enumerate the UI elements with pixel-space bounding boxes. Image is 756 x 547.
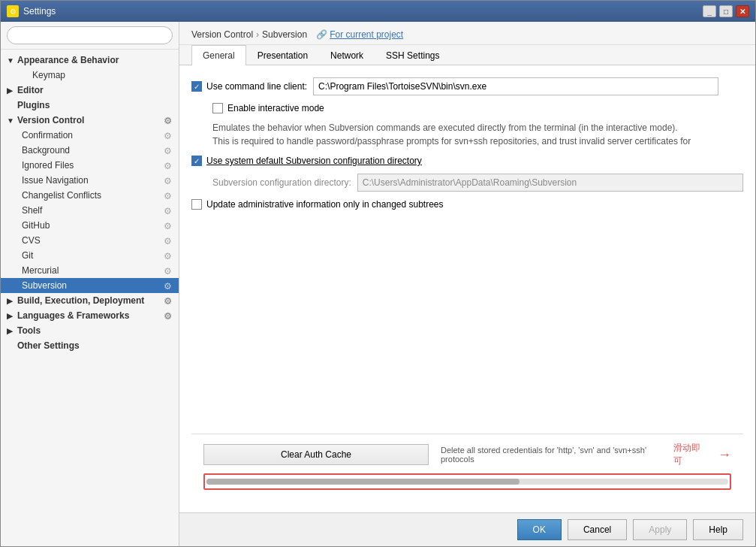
nav-tree: ▼ Appearance & Behavior Keymap ▶ Editor … bbox=[1, 50, 179, 546]
config-dir-row: Subversion configuration directory: bbox=[191, 174, 743, 192]
minimize-button[interactable]: _ bbox=[703, 5, 716, 17]
sidebar-item-mercurial[interactable]: Mercurial ⚙ bbox=[1, 263, 179, 278]
settings-icon: ⚙ bbox=[164, 236, 173, 245]
sidebar-item-git[interactable]: Git ⚙ bbox=[1, 248, 179, 263]
settings-window: ⚙ Settings _ □ ✕ ▼ Appearance & Behavior bbox=[0, 0, 756, 547]
sidebar-item-label: Editor bbox=[17, 85, 173, 95]
sidebar-item-plugins[interactable]: Plugins bbox=[1, 98, 179, 113]
tabs-bar: General Presentation Network SSH Setting… bbox=[179, 45, 755, 65]
sidebar-item-cvs[interactable]: CVS ⚙ bbox=[1, 233, 179, 248]
sidebar-item-other-settings[interactable]: Other Settings bbox=[1, 338, 179, 353]
cmd-client-checkbox[interactable] bbox=[191, 81, 202, 92]
system-default-checkbox[interactable] bbox=[191, 156, 202, 166]
sidebar-item-editor[interactable]: ▶ Editor bbox=[1, 83, 179, 98]
config-dir-input[interactable] bbox=[357, 174, 743, 192]
sidebar-item-keymap[interactable]: Keymap bbox=[1, 68, 179, 83]
breadcrumb-sep: › bbox=[256, 29, 259, 40]
window-controls: _ □ ✕ bbox=[703, 5, 749, 17]
interactive-mode-label: Enable interactive mode bbox=[227, 103, 324, 113]
sidebar-item-subversion[interactable]: Subversion ⚙ bbox=[1, 278, 179, 293]
settings-icon: ⚙ bbox=[164, 131, 173, 140]
sidebar-item-version-control[interactable]: ▼ Version Control ⚙ bbox=[1, 113, 179, 128]
title-bar: ⚙ Settings _ □ ✕ bbox=[1, 1, 755, 22]
clear-description: Delete all stored credentials for 'http'… bbox=[441, 446, 655, 464]
project-icon: 🔗 bbox=[316, 29, 327, 40]
sidebar-item-appearance[interactable]: ▼ Appearance & Behavior bbox=[1, 53, 179, 68]
sidebar-item-languages[interactable]: ▶ Languages & Frameworks ⚙ bbox=[1, 308, 179, 323]
footer: OK Cancel Apply Help bbox=[179, 512, 755, 546]
interactive-mode-checkbox[interactable] bbox=[212, 103, 223, 113]
description-text: Emulates the behavior when Subversion co… bbox=[191, 121, 743, 148]
ok-button[interactable]: OK bbox=[517, 519, 562, 540]
tab-general[interactable]: General bbox=[191, 45, 246, 65]
settings-icon: ⚙ bbox=[164, 296, 173, 305]
tab-ssh-settings[interactable]: SSH Settings bbox=[375, 45, 450, 65]
project-link[interactable]: 🔗 For current project bbox=[316, 29, 403, 40]
search-box bbox=[1, 22, 179, 50]
sidebar-item-build[interactable]: ▶ Build, Execution, Deployment ⚙ bbox=[1, 293, 179, 308]
help-button[interactable]: Help bbox=[693, 519, 743, 540]
sidebar: ▼ Appearance & Behavior Keymap ▶ Editor … bbox=[1, 22, 179, 546]
main-content: Version Control › Subversion 🔗 For curre… bbox=[179, 22, 755, 546]
config-dir-label: Subversion configuration directory: bbox=[212, 177, 351, 188]
sidebar-item-shelf[interactable]: Shelf ⚙ bbox=[1, 203, 179, 218]
sidebar-item-github[interactable]: GitHub ⚙ bbox=[1, 218, 179, 233]
sidebar-item-label: Other Settings bbox=[17, 340, 173, 351]
sidebar-item-label: Languages & Frameworks bbox=[17, 310, 164, 321]
settings-icon: ⚙ bbox=[164, 191, 173, 200]
project-label: For current project bbox=[330, 29, 403, 40]
sidebar-item-label: Plugins bbox=[17, 100, 173, 110]
sidebar-item-label: CVS bbox=[22, 235, 164, 246]
arrow-icon: ▶ bbox=[7, 297, 16, 305]
sidebar-item-confirmation[interactable]: Confirmation ⚙ bbox=[1, 128, 179, 143]
apply-button[interactable]: Apply bbox=[633, 519, 687, 540]
sidebar-item-label: Confirmation bbox=[22, 130, 164, 141]
tab-presentation[interactable]: Presentation bbox=[246, 45, 319, 65]
arrow-right-icon: → bbox=[718, 447, 731, 463]
settings-body: Use command line client: Enable interact… bbox=[179, 65, 755, 512]
scrollbar-thumb[interactable] bbox=[206, 479, 520, 485]
sidebar-item-changelist-conflicts[interactable]: Changelist Conflicts ⚙ bbox=[1, 188, 179, 203]
sidebar-item-tools[interactable]: ▶ Tools bbox=[1, 323, 179, 338]
scroll-hint: 滑动即可 bbox=[673, 442, 706, 467]
sidebar-item-label: Subversion bbox=[22, 280, 164, 291]
sidebar-item-label: Shelf bbox=[22, 205, 164, 216]
settings-icon: ⚙ bbox=[164, 161, 173, 170]
breadcrumb: Version Control › Subversion 🔗 For curre… bbox=[191, 29, 743, 40]
description-line1: Emulates the behavior when Subversion co… bbox=[212, 122, 678, 133]
tab-network[interactable]: Network bbox=[319, 45, 375, 65]
settings-icon: ⚙ bbox=[164, 251, 173, 260]
clear-auth-cache-button[interactable]: Clear Auth Cache bbox=[203, 444, 429, 465]
sidebar-item-label: Keymap bbox=[32, 70, 173, 80]
search-input[interactable] bbox=[7, 26, 173, 44]
sidebar-item-background[interactable]: Background ⚙ bbox=[1, 143, 179, 158]
close-button[interactable]: ✕ bbox=[736, 5, 749, 17]
window-title: Settings bbox=[23, 6, 56, 17]
sidebar-item-label: Appearance & Behavior bbox=[17, 55, 173, 65]
settings-icon: ⚙ bbox=[164, 266, 173, 275]
sidebar-item-label: Version Control bbox=[17, 115, 164, 125]
sidebar-item-label: Background bbox=[22, 145, 164, 156]
settings-icon: ⚙ bbox=[164, 176, 173, 185]
cancel-button[interactable]: Cancel bbox=[568, 519, 627, 540]
settings-icon: ⚙ bbox=[164, 206, 173, 215]
maximize-button[interactable]: □ bbox=[719, 5, 733, 17]
bottom-section: Clear Auth Cache Delete all stored crede… bbox=[191, 434, 743, 500]
settings-icon: ⚙ bbox=[164, 116, 173, 125]
settings-icon: ⚙ bbox=[164, 146, 173, 155]
arrow-icon: ▼ bbox=[7, 56, 16, 65]
arrow-icon: ▼ bbox=[7, 116, 16, 125]
interactive-mode-row: Enable interactive mode bbox=[191, 103, 743, 113]
sidebar-item-issue-navigation[interactable]: Issue Navigation ⚙ bbox=[1, 173, 179, 188]
main-header: Version Control › Subversion 🔗 For curre… bbox=[179, 22, 755, 45]
system-default-row: Use system default Subversion configurat… bbox=[191, 156, 743, 166]
breadcrumb-part2: Subversion bbox=[262, 29, 307, 40]
update-admin-checkbox[interactable] bbox=[191, 199, 202, 210]
scrollbar-track bbox=[206, 479, 728, 485]
content-area: ▼ Appearance & Behavior Keymap ▶ Editor … bbox=[1, 22, 755, 546]
settings-icon: ⚙ bbox=[164, 281, 173, 290]
sidebar-item-label: Git bbox=[22, 250, 164, 261]
cmd-client-input[interactable] bbox=[313, 77, 718, 95]
arrow-icon: ▶ bbox=[7, 86, 16, 95]
sidebar-item-ignored-files[interactable]: Ignored Files ⚙ bbox=[1, 158, 179, 173]
